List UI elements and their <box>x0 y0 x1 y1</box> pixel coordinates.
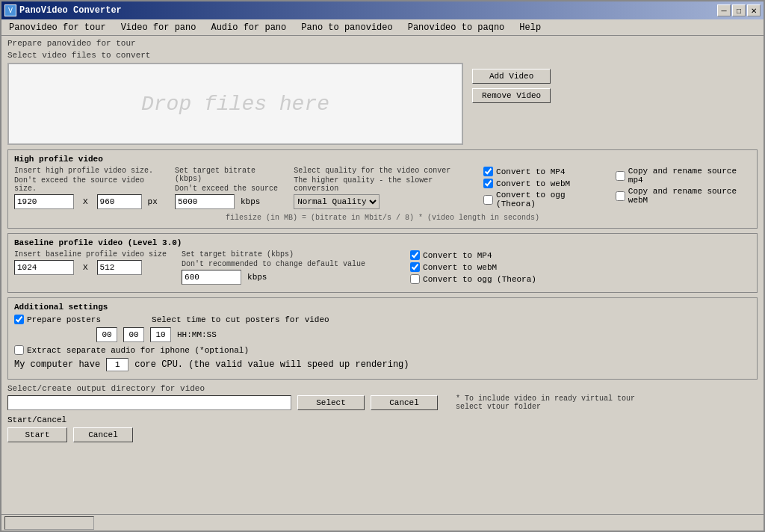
select-button[interactable]: Select <box>297 395 365 410</box>
start-button[interactable]: Start <box>7 427 67 442</box>
baseline-convert-webm-label: Convert to webM <box>423 263 497 272</box>
menu-help[interactable]: Help <box>512 21 548 34</box>
time-ss[interactable] <box>150 327 171 342</box>
high-profile-title: High profile video <box>14 155 751 164</box>
cancel-start-button[interactable]: Cancel <box>73 427 133 442</box>
menu-panovideo-tour[interactable]: Panovideo for tour <box>1 21 114 34</box>
baseline-bitrate-label1: Set target bitrate (kbps) <box>182 250 365 259</box>
baseline-convert-col: Convert to MP4 Convert to webM Convert t… <box>410 250 536 284</box>
baseline-convert-ogg-check[interactable] <box>410 274 420 284</box>
baseline-convert-webm-row: Convert to webM <box>410 262 536 272</box>
cpu-value-input[interactable] <box>106 358 128 371</box>
high-profile-bitrate[interactable] <box>175 194 235 209</box>
extract-audio-check[interactable] <box>14 345 24 355</box>
high-profile-x-label: X <box>80 197 91 206</box>
time-hh[interactable] <box>96 327 117 342</box>
baseline-profile-title: Baseline profile video (Level 3.0) <box>14 238 751 247</box>
window-title: PanoVideo Converter <box>19 5 122 16</box>
output-hint2: select vtour folder <box>456 403 635 411</box>
high-profile-quality-group: Select quality for the video conver The … <box>294 167 468 212</box>
baseline-width[interactable] <box>14 260 74 275</box>
baseline-height[interactable] <box>97 260 142 275</box>
main-content: Prepare panovideo for tour Select video … <box>1 36 764 514</box>
drop-zone[interactable]: Drop files here <box>7 63 463 145</box>
high-profile-width[interactable] <box>14 194 74 209</box>
time-mm[interactable] <box>123 327 144 342</box>
baseline-convert-webm-check[interactable] <box>410 262 420 272</box>
baseline-convert-mp4-row: Convert to MP4 <box>410 250 536 260</box>
breadcrumb: Prepare panovideo for tour <box>7 39 758 48</box>
menu-panovideo-paqno[interactable]: Panovideo to paqno <box>400 21 512 34</box>
high-profile-px: px <box>148 197 158 206</box>
filesize-formula: filesize (in MB) = (bitrate in Mbit/s / … <box>14 214 751 222</box>
high-profile-convert-col: Convert to MP4 Convert to webM Convert t… <box>483 167 601 208</box>
status-text <box>4 516 94 530</box>
status-bar <box>1 514 764 531</box>
prepare-posters-check[interactable] <box>14 315 24 324</box>
high-profile-section: High profile video Insert high profile v… <box>7 149 758 229</box>
posters-row: Prepare posters Select time to cut poste… <box>14 315 751 324</box>
high-profile-kbps: kbps <box>241 197 260 206</box>
cpu-prefix: My computer have <box>14 359 100 370</box>
high-convert-mp4-row: Convert to MP4 <box>483 167 601 176</box>
prepare-posters-row: Prepare posters <box>14 315 101 324</box>
high-profile-quality-label2: The higher quality - the slower conversi… <box>294 176 468 193</box>
high-convert-ogg-check[interactable] <box>483 195 493 205</box>
baseline-bitrate-label2: Don't recommended to change default valu… <box>182 260 365 268</box>
high-profile-size-group: Insert high profile video size. Don't ex… <box>14 167 160 212</box>
high-profile-bitrate-label1: Set target bitrate (kbps) <box>175 167 279 183</box>
start-section: Start/Cancel Start Cancel <box>7 415 758 442</box>
high-convert-ogg-label: Convert to ogg (Theora) <box>496 191 601 208</box>
high-profile-bitrate-group: Set target bitrate (kbps) Don't exceed t… <box>175 167 279 212</box>
high-copy-webm-check[interactable] <box>616 191 625 201</box>
output-hint1: * To include video in ready virtual tour <box>456 395 635 403</box>
cancel-output-button[interactable]: Cancel <box>371 395 438 410</box>
baseline-convert-ogg-label: Convert to ogg (Theora) <box>423 275 536 284</box>
time-format-label: HH:MM:SS <box>177 330 217 339</box>
start-cancel-label: Start/Cancel <box>7 415 758 424</box>
menu-video-pano[interactable]: Video for pano <box>114 21 204 34</box>
minimize-button[interactable]: ─ <box>717 4 731 16</box>
time-row: HH:MM:SS <box>14 327 751 342</box>
baseline-convert-mp4-check[interactable] <box>410 250 420 260</box>
video-buttons: Add Video Remove Video <box>472 63 551 103</box>
menu-audio-pano[interactable]: Audio for pano <box>203 21 294 34</box>
output-directory-input[interactable] <box>7 395 291 410</box>
baseline-convert-ogg-row: Convert to ogg (Theora) <box>410 274 536 284</box>
baseline-bitrate-group: Set target bitrate (kbps) Don't recommen… <box>182 250 365 288</box>
app-icon: V <box>4 4 16 16</box>
high-convert-webm-label: Convert to webM <box>496 179 570 188</box>
high-copy-mp4-row: Copy and rename source mp4 <box>616 167 751 185</box>
high-copy-webm-label: Copy and rename source webM <box>628 187 751 205</box>
baseline-kbps: kbps <box>247 273 267 282</box>
extract-audio-label: Extract separate audio for iphone (*opti… <box>27 346 249 355</box>
output-label: Select/create output directory for video <box>7 384 758 393</box>
cpu-suffix: core CPU. (the valid value will speed up… <box>134 359 409 370</box>
remove-video-button[interactable]: Remove Video <box>472 88 551 103</box>
close-button[interactable]: ✕ <box>747 4 761 16</box>
title-bar-buttons: ─ □ ✕ <box>717 4 761 16</box>
baseline-size-group: Insert baseline profile video size X <box>14 250 167 278</box>
high-copy-mp4-check[interactable] <box>616 171 625 181</box>
high-convert-webm-check[interactable] <box>483 179 493 188</box>
high-convert-mp4-label: Convert to MP4 <box>496 167 565 176</box>
menu-pano-panovideo[interactable]: Pano to panovideo <box>294 21 400 34</box>
add-video-button[interactable]: Add Video <box>472 69 551 84</box>
high-profile-size-label1: Insert high profile video size. <box>14 167 160 175</box>
title-bar: V PanoVideo Converter ─ □ ✕ <box>1 1 764 19</box>
high-profile-bitrate-label2: Don't exceed the source <box>175 185 279 193</box>
main-window: V PanoVideo Converter ─ □ ✕ Panovideo fo… <box>0 0 765 532</box>
video-section: Drop files here Add Video Remove Video <box>7 63 758 145</box>
high-convert-webm-row: Convert to webM <box>483 179 601 188</box>
cpu-row: My computer have core CPU. (the valid va… <box>14 358 751 371</box>
high-profile-height[interactable] <box>97 194 142 209</box>
section-label: Select video files to convert <box>7 51 758 60</box>
baseline-bitrate[interactable] <box>182 270 241 285</box>
high-profile-size-label2: Don't exceed the source video size. <box>14 176 160 193</box>
output-row: Select Cancel * To include video in read… <box>7 395 758 411</box>
high-profile-copy-col: Copy and rename source mp4 Copy and rena… <box>616 167 751 205</box>
high-convert-mp4-check[interactable] <box>483 167 493 176</box>
quality-select[interactable]: Normal Quality High Quality Low Quality <box>294 194 380 209</box>
title-bar-left: V PanoVideo Converter <box>4 4 122 16</box>
maximize-button[interactable]: □ <box>732 4 746 16</box>
